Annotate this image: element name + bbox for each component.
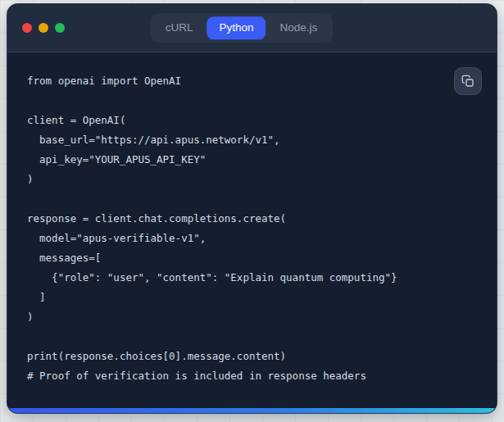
copy-icon bbox=[461, 75, 474, 88]
code-line: from openai import OpenAI bbox=[27, 71, 477, 91]
code-line bbox=[27, 189, 477, 209]
page-background: { "window": { "traffic_lights": [ { "nam… bbox=[0, 0, 504, 422]
code-line: print(response.choices[0].message.conten… bbox=[27, 347, 477, 366]
code-example-window: cURL Python Node.js from openai import O… bbox=[7, 3, 497, 414]
code-line: {"role": "user", "content": "Explain qua… bbox=[27, 268, 477, 288]
code-line: ) bbox=[27, 170, 477, 189]
code-line: api_key="YOUR_APUS_API_KEY" bbox=[27, 150, 477, 170]
code-line: messages=[ bbox=[27, 248, 477, 268]
code-line: model="apus-verifiable-v1", bbox=[27, 229, 477, 248]
minimize-window-button[interactable] bbox=[39, 23, 48, 33]
language-tab-group: cURL Python Node.js bbox=[150, 13, 334, 43]
code-line: ) bbox=[27, 307, 477, 327]
tab-nodejs[interactable]: Node.js bbox=[268, 16, 330, 39]
code-line: ] bbox=[27, 288, 477, 307]
code-line: response = client.chat.completions.creat… bbox=[27, 209, 477, 229]
tab-curl[interactable]: cURL bbox=[153, 16, 206, 39]
code-block: from openai import OpenAIclient = OpenAI… bbox=[27, 71, 477, 386]
code-line: client = OpenAI( bbox=[27, 111, 477, 130]
code-line: base_url="https://api.apus.network/v1", bbox=[27, 130, 477, 150]
code-line bbox=[27, 91, 477, 111]
traffic-lights bbox=[22, 23, 65, 33]
code-line bbox=[27, 327, 477, 347]
copy-code-button[interactable] bbox=[454, 67, 482, 95]
window-titlebar: cURL Python Node.js bbox=[7, 4, 497, 52]
tab-python[interactable]: Python bbox=[207, 16, 266, 39]
accent-gradient-bar bbox=[7, 408, 497, 413]
close-window-button[interactable] bbox=[22, 23, 32, 33]
code-line: # Proof of verification is included in r… bbox=[27, 366, 477, 386]
code-panel: from openai import OpenAIclient = OpenAI… bbox=[7, 52, 497, 408]
zoom-window-button[interactable] bbox=[55, 23, 65, 33]
